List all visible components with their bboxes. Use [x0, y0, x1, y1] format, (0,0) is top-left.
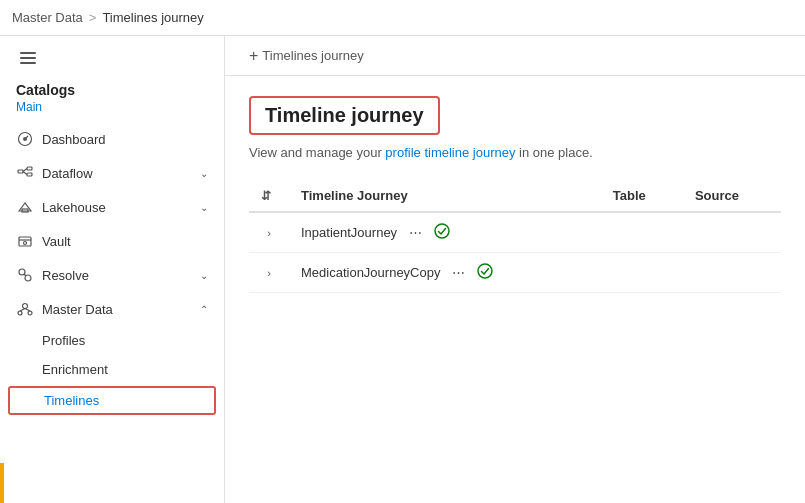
sidebar-label-master-data: Master Data	[42, 302, 192, 317]
chevron-up-icon: ⌃	[200, 304, 208, 315]
svg-line-14	[24, 274, 26, 276]
lakehouse-icon	[16, 198, 34, 216]
chevron-down-icon-3: ⌄	[200, 270, 208, 281]
content-body: Timeline journey View and manage your pr…	[225, 76, 805, 503]
svg-line-6	[23, 169, 27, 172]
svg-rect-5	[27, 173, 32, 176]
sidebar-item-dataflow[interactable]: Dataflow ⌄	[0, 156, 224, 190]
col-source: Source	[683, 180, 781, 212]
svg-point-17	[28, 311, 32, 315]
sidebar: Catalogs Main Dashboard	[0, 36, 225, 503]
table-header-row: ⇵ Timeline Journey Table Source	[249, 180, 781, 212]
breadcrumb-separator: >	[89, 10, 97, 25]
content-toolbar: + Timelines journey	[225, 36, 805, 76]
row1-ellipsis[interactable]: ⋯	[403, 223, 428, 242]
sidebar-item-resolve[interactable]: Resolve ⌄	[0, 258, 224, 292]
sort-icon: ⇵	[261, 189, 271, 203]
subtitle-link[interactable]: profile timeline journey	[385, 145, 515, 160]
svg-point-21	[478, 264, 492, 278]
dashboard-icon	[16, 130, 34, 148]
sidebar-item-master-data[interactable]: Master Data ⌃	[0, 292, 224, 326]
row2-status-icon	[477, 263, 493, 282]
dataflow-icon	[16, 164, 34, 182]
main-layout: Catalogs Main Dashboard	[0, 36, 805, 503]
content-area: + Timelines journey Timeline journey Vie…	[225, 36, 805, 503]
row1-status-icon	[434, 223, 450, 242]
row2-expand-btn[interactable]: ›	[261, 267, 277, 279]
svg-line-18	[20, 309, 25, 312]
row2-table-cell	[601, 253, 683, 293]
sidebar-sub-item-profiles[interactable]: Profiles	[0, 326, 224, 355]
profiles-label: Profiles	[42, 333, 85, 348]
breadcrumb-current: Timelines journey	[102, 10, 203, 25]
hamburger-icon[interactable]	[16, 48, 40, 68]
enrichment-label: Enrichment	[42, 362, 108, 377]
row1-table-cell	[601, 212, 683, 253]
row1-expand-btn[interactable]: ›	[261, 227, 277, 239]
row2-name: MedicationJourneyCopy	[301, 265, 440, 280]
page-subtitle: View and manage your profile timeline jo…	[249, 145, 781, 160]
chevron-down-icon: ⌄	[200, 168, 208, 179]
timelines-table: ⇵ Timeline Journey Table Source ›	[249, 180, 781, 293]
sidebar-label-dataflow: Dataflow	[42, 166, 192, 181]
svg-point-15	[23, 304, 28, 309]
svg-point-16	[18, 311, 22, 315]
svg-rect-3	[18, 170, 23, 173]
svg-point-11	[24, 242, 27, 245]
svg-line-7	[23, 172, 27, 175]
table-row: › InpatientJourney ⋯	[249, 212, 781, 253]
top-bar: Master Data > Timelines journey	[0, 0, 805, 36]
master-data-icon	[16, 300, 34, 318]
resolve-icon	[16, 266, 34, 284]
page-title: Timeline journey	[265, 104, 424, 127]
sidebar-item-vault[interactable]: Vault	[0, 224, 224, 258]
col-expand: ⇵	[249, 180, 289, 212]
svg-point-20	[435, 224, 449, 238]
add-timeline-button[interactable]: + Timelines journey	[241, 43, 372, 69]
sidebar-label-resolve: Resolve	[42, 268, 192, 283]
row2-ellipsis[interactable]: ⋯	[446, 263, 471, 282]
row1-actions: InpatientJourney ⋯	[301, 223, 589, 242]
sidebar-label-lakehouse: Lakehouse	[42, 200, 192, 215]
plus-icon: +	[249, 47, 258, 65]
sidebar-label-vault: Vault	[42, 234, 208, 249]
sidebar-label-dashboard: Dashboard	[42, 132, 208, 147]
row2-actions: MedicationJourneyCopy ⋯	[301, 263, 589, 282]
row2-source-cell	[683, 253, 781, 293]
sidebar-sub-item-timelines[interactable]: Timelines	[8, 386, 216, 415]
sidebar-item-lakehouse[interactable]: Lakehouse ⌄	[0, 190, 224, 224]
sidebar-section-title: Catalogs	[0, 72, 224, 100]
sidebar-section-sub: Main	[0, 100, 224, 122]
svg-line-19	[25, 309, 30, 312]
sidebar-item-dashboard[interactable]: Dashboard	[0, 122, 224, 156]
svg-rect-4	[27, 167, 32, 170]
sidebar-header	[0, 36, 224, 72]
page-title-box: Timeline journey	[249, 96, 440, 135]
table-row: › MedicationJourneyCopy ⋯	[249, 253, 781, 293]
add-timeline-label: Timelines journey	[262, 48, 363, 63]
vault-icon	[16, 232, 34, 250]
breadcrumb-parent[interactable]: Master Data	[12, 10, 83, 25]
row1-source-cell	[683, 212, 781, 253]
breadcrumb: Master Data > Timelines journey	[12, 10, 204, 25]
row1-name: InpatientJourney	[301, 225, 397, 240]
chevron-down-icon-2: ⌄	[200, 202, 208, 213]
col-timeline-journey: Timeline Journey	[289, 180, 601, 212]
timelines-label: Timelines	[44, 393, 99, 408]
orange-accent-bar	[0, 463, 4, 503]
col-table: Table	[601, 180, 683, 212]
sidebar-sub-item-enrichment[interactable]: Enrichment	[0, 355, 224, 384]
